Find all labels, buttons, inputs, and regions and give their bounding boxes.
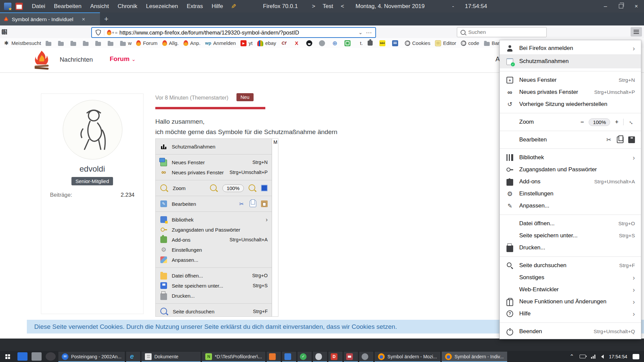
camp-firefox-logo[interactable] — [33, 50, 50, 71]
app-menu-item[interactable]: Seite speichern unter... Strg+S − + — [500, 230, 641, 242]
start-button[interactable] — [0, 351, 15, 362]
bookmark-item[interactable] — [368, 41, 375, 46]
taskbar-window-button[interactable] — [282, 352, 296, 362]
quicklaunch-blue-icon[interactable] — [17, 352, 28, 361]
taskbar-window-button[interactable]: Symbol ändern - Indiv... — [442, 352, 507, 362]
shield-icon[interactable] — [95, 29, 101, 36]
quicklaunch-gray-icon[interactable] — [32, 352, 42, 361]
bookmark-item[interactable]: Anp. — [183, 40, 201, 46]
bookmark-item[interactable]: Allg. — [162, 40, 179, 46]
quicklaunch-dark-icon[interactable] — [46, 352, 56, 361]
taskbar-window-button[interactable] — [267, 352, 281, 362]
zoom-in-button[interactable]: + — [615, 119, 619, 126]
cut-icon[interactable] — [605, 136, 612, 143]
bookmark-item[interactable] — [379, 40, 387, 46]
close-button[interactable]: × — [629, 0, 644, 12]
zoom-level[interactable]: 100% — [589, 118, 610, 126]
nav-forum[interactable]: Forum — [110, 55, 136, 63]
app-menu-item[interactable]: Bearbeiten − + — [500, 134, 641, 146]
bookmark-item[interactable] — [108, 41, 115, 46]
tab-symbol-aendern[interactable]: Symbol ändern - Individuel × — [0, 12, 100, 25]
zoom-out-button[interactable]: − — [581, 119, 584, 126]
menubar-item[interactable]: Ansicht — [90, 3, 109, 10]
url-bar[interactable]: ⚬= https://www.camp-firefox.de/forum/the… — [91, 27, 376, 38]
bookmark-item[interactable]: Meistbesucht — [3, 40, 41, 46]
copy-icon[interactable] — [617, 136, 624, 143]
taskbar-window-button[interactable] — [298, 352, 312, 362]
username[interactable]: edvoldi — [41, 164, 143, 174]
bookmark-item[interactable] — [281, 40, 289, 46]
menubar-item[interactable]: Bearbeiten — [54, 3, 82, 10]
pencil-icon[interactable]: ✎ — [229, 4, 237, 9]
bookmark-item[interactable] — [306, 40, 314, 46]
taskbar-window-button[interactable] — [359, 352, 373, 362]
minimize-button[interactable]: – — [598, 0, 613, 12]
network-icon[interactable] — [591, 355, 596, 359]
paste-icon[interactable] — [628, 136, 635, 143]
session-app-icon[interactable] — [4, 3, 11, 10]
taskbar-window-button[interactable] — [344, 352, 358, 362]
tray-expand-chevron[interactable]: ⌃ — [570, 353, 574, 360]
bookmark-item[interactable]: Anmelden — [205, 40, 236, 46]
app-menu-item[interactable]: Einstellungen − + — [500, 188, 641, 200]
speaker-icon[interactable] — [601, 355, 604, 359]
bookmark-item[interactable]: Editor — [435, 40, 456, 46]
tab-close-icon[interactable]: × — [82, 16, 85, 23]
bookmark-item[interactable] — [332, 40, 340, 46]
app-menu-item[interactable]: Bei Firefox anmelden − + — [500, 42, 641, 54]
battery-icon[interactable] — [580, 355, 586, 358]
page-actions-dots-icon[interactable]: ⋯ — [366, 29, 372, 36]
taskbar-window-button[interactable]: Symbol ändern - Mozi... — [375, 352, 440, 362]
bookmark-item[interactable] — [83, 41, 91, 46]
taskbar-window-button[interactable] — [328, 352, 342, 362]
bookmark-item[interactable] — [293, 40, 302, 46]
app-menu-item[interactable]: Neues privates Fenster Strg+Umschalt+P −… — [500, 86, 641, 98]
post-embedded-screenshot[interactable]: Schutzmaßnahmen — [155, 138, 278, 317]
bookmark-item[interactable] — [70, 41, 78, 46]
bookmark-item[interactable] — [95, 41, 103, 46]
taskbar-window-button[interactable] — [126, 352, 140, 362]
app-menu-item[interactable]: Vorherige Sitzung wiederherstellen − + — [500, 98, 641, 110]
taskbar-window-button[interactable]: *D:\Test\Profilordner\... — [202, 352, 265, 362]
app-menu-item[interactable]: Web-Entwickler − + — [500, 284, 641, 296]
calendar-app-icon[interactable] — [15, 3, 23, 10]
bookmark-item[interactable] — [319, 40, 327, 46]
app-menu-item[interactable]: Neue Funktionen und Änderungen − + — [500, 296, 641, 308]
bookmark-item[interactable] — [46, 41, 53, 46]
app-menu-item[interactable]: Hilfe − + — [500, 308, 641, 320]
permissions-key-icon[interactable]: ⚬= — [111, 29, 117, 36]
app-menu-item[interactable]: Anpassen... − + — [500, 200, 641, 212]
menubar-item[interactable]: Extras — [187, 3, 203, 10]
app-menu-item[interactable]: Schutzmaßnahmen − + — [500, 54, 641, 68]
sidebar-icon[interactable] — [2, 29, 7, 34]
bookmark-item[interactable]: w — [120, 40, 131, 46]
search-bar[interactable]: Suchen — [457, 27, 547, 37]
menubar-item[interactable]: Lesezeichen — [146, 3, 178, 10]
url-dropdown-chevron-icon[interactable]: ⌄ — [358, 29, 363, 36]
bookmark-item[interactable]: code — [461, 40, 479, 46]
taskbar-window-button[interactable] — [313, 352, 327, 362]
app-menu-item[interactable]: Zoom − 100% + — [500, 116, 641, 128]
restore-button[interactable] — [613, 0, 629, 12]
app-menu-item[interactable]: Drucken... − + — [500, 242, 641, 254]
bookmark-item[interactable]: Forum — [136, 40, 157, 46]
bookmark-item[interactable]: Cookies — [405, 40, 430, 46]
menubar-item[interactable]: Hilfe — [212, 3, 223, 10]
app-menu-item[interactable]: Zugangsdaten und Passwörter − + — [500, 164, 641, 176]
app-menu-item[interactable]: Beenden Strg+Umschalt+Q − + — [500, 325, 641, 338]
fullscreen-icon[interactable] — [628, 119, 635, 125]
tray-clock[interactable]: 17:54:54 — [609, 354, 628, 359]
menu-hamburger-button[interactable] — [631, 27, 642, 37]
app-menu-item[interactable]: Seite durchsuchen Strg+F − + — [500, 259, 641, 272]
bookmark-item[interactable]: ebay — [257, 40, 276, 46]
notifications-icon[interactable] — [633, 354, 639, 359]
bookmark-item[interactable]: yt — [240, 40, 253, 46]
app-menu-item[interactable]: Datei öffnen... Strg+O − + — [500, 218, 641, 230]
url-text[interactable]: https://www.camp-firefox.de/forum/thema/… — [119, 29, 355, 36]
app-menu-item[interactable]: Bibliothek − + — [500, 152, 641, 164]
app-menu-item[interactable]: Add-ons Strg+Umschalt+A − + — [500, 176, 641, 188]
bookmark-item[interactable] — [392, 40, 400, 46]
menubar-item[interactable]: Chronik — [118, 3, 138, 10]
bookmark-item[interactable] — [58, 41, 66, 46]
taskbar-window-button[interactable]: Posteingang - 2002An... — [58, 352, 125, 362]
